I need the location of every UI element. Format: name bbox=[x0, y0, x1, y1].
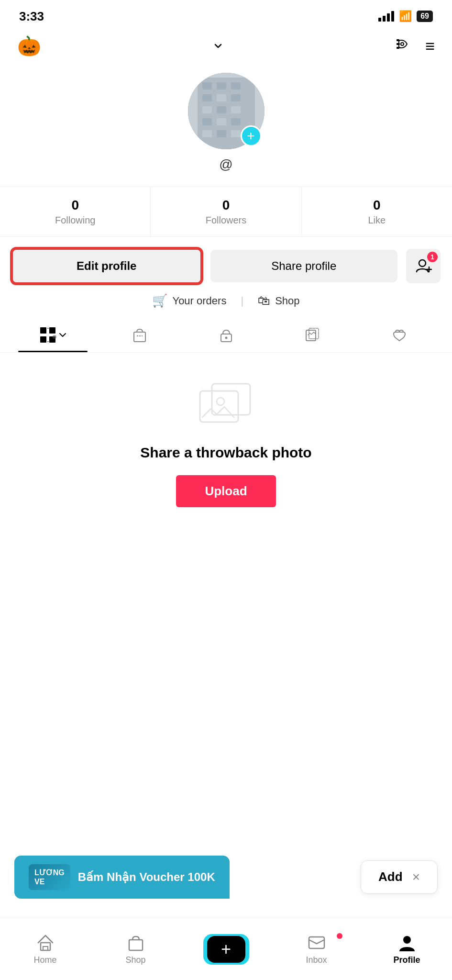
svg-rect-9 bbox=[202, 94, 212, 101]
nav-profile[interactable]: Profile bbox=[383, 933, 431, 965]
svg-rect-16 bbox=[217, 118, 226, 125]
shop-label: Shop bbox=[275, 295, 299, 307]
throwback-title: Share a throwback photo bbox=[140, 445, 311, 461]
following-label: Following bbox=[55, 215, 95, 226]
inbox-label: Inbox bbox=[306, 955, 327, 965]
status-time: 3:33 bbox=[19, 9, 44, 24]
liked-icon bbox=[391, 326, 408, 344]
svg-rect-18 bbox=[202, 130, 212, 137]
create-button[interactable]: + bbox=[207, 936, 245, 963]
svg-rect-10 bbox=[217, 94, 226, 101]
avatar-container: + bbox=[188, 73, 265, 149]
main-content: Share a throwback photo Upload bbox=[0, 353, 452, 526]
shop-icon bbox=[126, 933, 145, 952]
top-nav: 🎃 ≡ bbox=[0, 29, 452, 63]
followers-number: 0 bbox=[222, 198, 230, 213]
nav-right-actions: ≡ bbox=[395, 35, 435, 56]
svg-rect-8 bbox=[231, 82, 241, 89]
svg-point-37 bbox=[217, 398, 224, 405]
action-buttons-row: Edit profile Share profile 1 bbox=[0, 248, 452, 284]
content-tabs bbox=[0, 318, 452, 353]
likes-stat[interactable]: 0 Like bbox=[302, 187, 452, 236]
wifi-icon: 📶 bbox=[399, 10, 412, 22]
orders-divider: | bbox=[241, 295, 243, 307]
home-label: Home bbox=[33, 955, 56, 965]
photo-placeholder-icon bbox=[198, 381, 255, 429]
status-icons: 📶 69 bbox=[378, 10, 433, 22]
svg-rect-24 bbox=[40, 327, 46, 334]
shop-nav-label: Shop bbox=[125, 955, 145, 965]
grid-icon bbox=[39, 326, 56, 344]
tab-tagged[interactable] bbox=[269, 318, 356, 352]
nav-shop[interactable]: Shop bbox=[112, 933, 160, 965]
following-number: 0 bbox=[71, 198, 79, 213]
svg-rect-7 bbox=[217, 82, 226, 89]
shop-bag-icon: 🛍 bbox=[258, 293, 270, 308]
nav-home[interactable]: Home bbox=[22, 933, 69, 965]
tab-locked[interactable] bbox=[183, 318, 269, 352]
lock-icon bbox=[218, 326, 235, 344]
svg-rect-12 bbox=[202, 106, 212, 113]
tab-grid[interactable] bbox=[10, 318, 96, 352]
likes-number: 0 bbox=[373, 198, 381, 213]
svg-rect-11 bbox=[231, 94, 241, 101]
menu-icon[interactable]: ≡ bbox=[425, 38, 435, 54]
home-icon bbox=[36, 933, 55, 952]
signal-icon bbox=[378, 11, 394, 22]
tab-liked[interactable] bbox=[356, 318, 442, 352]
lens-icon[interactable] bbox=[395, 35, 412, 56]
svg-rect-20 bbox=[231, 130, 241, 137]
tab-shop[interactable] bbox=[96, 318, 183, 352]
status-bar: 3:33 📶 69 bbox=[0, 0, 452, 29]
add-friend-button[interactable]: 1 bbox=[406, 249, 441, 283]
add-phone-button[interactable]: Add bbox=[378, 869, 403, 884]
svg-rect-35 bbox=[200, 391, 238, 422]
svg-rect-14 bbox=[231, 106, 241, 113]
voucher-text: Bấm Nhận Voucher 100K bbox=[78, 870, 215, 884]
add-phone-panel: Add × bbox=[361, 860, 438, 894]
battery-indicator: 69 bbox=[417, 11, 433, 22]
shop-link[interactable]: 🛍 Shop bbox=[258, 293, 299, 308]
logo-line1: LƯƠNG bbox=[34, 868, 65, 877]
close-banner-button[interactable]: × bbox=[412, 869, 420, 885]
throwback-icon bbox=[198, 381, 255, 431]
album-tag-icon bbox=[304, 326, 321, 344]
likes-label: Like bbox=[368, 215, 386, 226]
svg-rect-29 bbox=[134, 332, 145, 342]
svg-rect-17 bbox=[231, 118, 241, 125]
stats-row: 0 Following 0 Followers 0 Like bbox=[0, 187, 452, 237]
nav-logo-emoji: 🎃 bbox=[17, 35, 41, 57]
share-profile-button[interactable]: Share profile bbox=[210, 250, 398, 282]
logo-line2: VE bbox=[34, 877, 65, 886]
profile-section: + @ bbox=[0, 63, 452, 187]
nav-create[interactable]: + bbox=[202, 936, 250, 963]
edit-profile-button[interactable]: Edit profile bbox=[11, 248, 202, 284]
svg-point-32 bbox=[225, 337, 227, 339]
nav-inbox[interactable]: Inbox bbox=[293, 933, 341, 965]
voucher-banner[interactable]: LƯƠNG VE Bấm Nhận Voucher 100K bbox=[14, 856, 230, 899]
svg-rect-26 bbox=[40, 336, 46, 343]
svg-point-21 bbox=[419, 260, 426, 267]
discover-icon bbox=[395, 35, 412, 53]
dropdown-arrow-icon bbox=[58, 331, 67, 339]
svg-rect-6 bbox=[202, 82, 212, 89]
your-orders-link[interactable]: 🛒 Your orders bbox=[152, 293, 226, 308]
cart-icon: 🛒 bbox=[152, 293, 167, 308]
profile-person-icon bbox=[397, 933, 417, 952]
username-symbol: @ bbox=[219, 157, 232, 172]
luong-ve-logo: LƯƠNG VE bbox=[29, 864, 70, 890]
inbox-icon bbox=[307, 933, 326, 952]
avatar-add-button[interactable]: + bbox=[241, 125, 262, 146]
svg-rect-40 bbox=[129, 940, 143, 950]
shopping-bag-open-icon bbox=[131, 326, 148, 344]
friend-notification-badge: 1 bbox=[427, 252, 438, 262]
svg-rect-19 bbox=[217, 130, 226, 137]
orders-row: 🛒 Your orders | 🛍 Shop bbox=[0, 293, 452, 308]
nav-account-switcher[interactable] bbox=[212, 40, 224, 52]
svg-rect-13 bbox=[217, 106, 226, 113]
svg-point-28 bbox=[53, 335, 56, 339]
followers-stat[interactable]: 0 Followers bbox=[151, 187, 301, 236]
following-stat[interactable]: 0 Following bbox=[0, 187, 151, 236]
upload-button[interactable]: Upload bbox=[176, 475, 276, 507]
your-orders-label: Your orders bbox=[172, 295, 226, 307]
